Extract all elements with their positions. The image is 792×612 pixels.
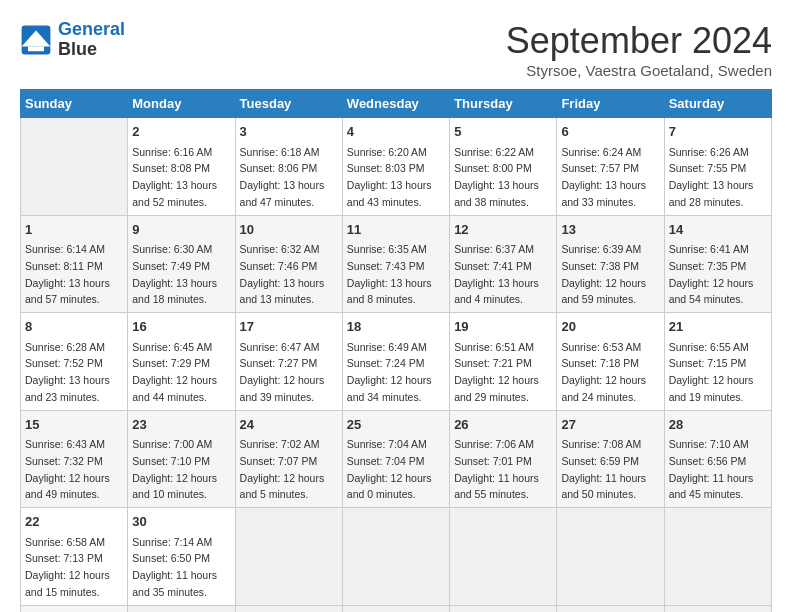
day-number: 5 <box>454 122 552 142</box>
calendar-day-cell: 6Sunrise: 6:24 AMSunset: 7:57 PMDaylight… <box>557 118 664 216</box>
calendar-day-cell: 18Sunrise: 6:49 AMSunset: 7:24 PMDayligh… <box>342 313 449 411</box>
calendar-day-cell <box>342 605 449 612</box>
sunset-text: Sunset: 7:55 PM <box>669 162 747 174</box>
calendar-day-cell: 3Sunrise: 6:18 AMSunset: 8:06 PMDaylight… <box>235 118 342 216</box>
day-of-week-header: Wednesday <box>342 90 449 118</box>
calendar-day-cell: 25Sunrise: 7:04 AMSunset: 7:04 PMDayligh… <box>342 410 449 508</box>
day-number: 25 <box>347 415 445 435</box>
calendar-day-cell: 20Sunrise: 6:53 AMSunset: 7:18 PMDayligh… <box>557 313 664 411</box>
sunset-text: Sunset: 7:24 PM <box>347 357 425 369</box>
daylight-text: Daylight: 13 hours and 38 minutes. <box>454 179 539 208</box>
calendar-day-cell <box>128 605 235 612</box>
calendar-week-row: 1Sunrise: 6:14 AMSunset: 8:11 PMDaylight… <box>21 215 772 313</box>
calendar-day-cell <box>235 508 342 606</box>
daylight-text: Daylight: 12 hours and 10 minutes. <box>132 472 217 501</box>
sunrise-text: Sunrise: 6:14 AM <box>25 243 105 255</box>
sunrise-text: Sunrise: 6:49 AM <box>347 341 427 353</box>
calendar-day-cell <box>450 605 557 612</box>
calendar-week-row: 22Sunrise: 6:58 AMSunset: 7:13 PMDayligh… <box>21 508 772 606</box>
day-number: 13 <box>561 220 659 240</box>
location: Styrsoe, Vaestra Goetaland, Sweden <box>506 62 772 79</box>
sunrise-text: Sunrise: 6:16 AM <box>132 146 212 158</box>
day-of-week-header: Thursday <box>450 90 557 118</box>
calendar-day-cell <box>557 605 664 612</box>
day-number: 22 <box>25 512 123 532</box>
daylight-text: Daylight: 13 hours and 18 minutes. <box>132 277 217 306</box>
calendar-day-cell <box>664 605 771 612</box>
calendar-day-cell: 1Sunrise: 6:14 AMSunset: 8:11 PMDaylight… <box>21 215 128 313</box>
calendar-day-cell: 27Sunrise: 7:08 AMSunset: 6:59 PMDayligh… <box>557 410 664 508</box>
calendar-day-cell: 13Sunrise: 6:39 AMSunset: 7:38 PMDayligh… <box>557 215 664 313</box>
sunset-text: Sunset: 7:04 PM <box>347 455 425 467</box>
daylight-text: Daylight: 13 hours and 47 minutes. <box>240 179 325 208</box>
daylight-text: Daylight: 12 hours and 0 minutes. <box>347 472 432 501</box>
calendar-day-cell: 16Sunrise: 6:45 AMSunset: 7:29 PMDayligh… <box>128 313 235 411</box>
sunset-text: Sunset: 6:59 PM <box>561 455 639 467</box>
calendar-day-cell: 29Sunrise: 7:12 AMSunset: 6:53 PMDayligh… <box>21 605 128 612</box>
sunrise-text: Sunrise: 7:08 AM <box>561 438 641 450</box>
sunset-text: Sunset: 7:38 PM <box>561 260 639 272</box>
sunset-text: Sunset: 6:50 PM <box>132 552 210 564</box>
sunrise-text: Sunrise: 6:20 AM <box>347 146 427 158</box>
day-number: 18 <box>347 317 445 337</box>
calendar-day-cell <box>664 508 771 606</box>
daylight-text: Daylight: 13 hours and 57 minutes. <box>25 277 110 306</box>
sunset-text: Sunset: 8:03 PM <box>347 162 425 174</box>
daylight-text: Daylight: 11 hours and 55 minutes. <box>454 472 539 501</box>
sunrise-text: Sunrise: 6:43 AM <box>25 438 105 450</box>
day-number: 3 <box>240 122 338 142</box>
calendar-day-cell: 4Sunrise: 6:20 AMSunset: 8:03 PMDaylight… <box>342 118 449 216</box>
day-number: 2 <box>132 122 230 142</box>
daylight-text: Daylight: 11 hours and 35 minutes. <box>132 569 217 598</box>
sunset-text: Sunset: 7:57 PM <box>561 162 639 174</box>
calendar-day-cell <box>21 118 128 216</box>
sunset-text: Sunset: 7:15 PM <box>669 357 747 369</box>
sunrise-text: Sunrise: 6:35 AM <box>347 243 427 255</box>
sunrise-text: Sunrise: 6:47 AM <box>240 341 320 353</box>
calendar-week-row: 2Sunrise: 6:16 AMSunset: 8:08 PMDaylight… <box>21 118 772 216</box>
calendar-day-cell: 11Sunrise: 6:35 AMSunset: 7:43 PMDayligh… <box>342 215 449 313</box>
sunrise-text: Sunrise: 6:58 AM <box>25 536 105 548</box>
sunrise-text: Sunrise: 6:55 AM <box>669 341 749 353</box>
sunset-text: Sunset: 7:21 PM <box>454 357 532 369</box>
daylight-text: Daylight: 12 hours and 59 minutes. <box>561 277 646 306</box>
day-number: 27 <box>561 415 659 435</box>
calendar-day-cell: 28Sunrise: 7:10 AMSunset: 6:56 PMDayligh… <box>664 410 771 508</box>
sunrise-text: Sunrise: 7:10 AM <box>669 438 749 450</box>
day-of-week-header: Sunday <box>21 90 128 118</box>
daylight-text: Daylight: 12 hours and 44 minutes. <box>132 374 217 403</box>
sunrise-text: Sunrise: 6:41 AM <box>669 243 749 255</box>
calendar-header-row: SundayMondayTuesdayWednesdayThursdayFrid… <box>21 90 772 118</box>
calendar-day-cell: 15Sunrise: 6:43 AMSunset: 7:32 PMDayligh… <box>21 410 128 508</box>
day-number: 20 <box>561 317 659 337</box>
sunset-text: Sunset: 7:41 PM <box>454 260 532 272</box>
sunset-text: Sunset: 7:13 PM <box>25 552 103 564</box>
day-number: 9 <box>132 220 230 240</box>
calendar-day-cell: 19Sunrise: 6:51 AMSunset: 7:21 PMDayligh… <box>450 313 557 411</box>
calendar-day-cell <box>557 508 664 606</box>
day-number: 7 <box>669 122 767 142</box>
sunrise-text: Sunrise: 6:51 AM <box>454 341 534 353</box>
sunrise-text: Sunrise: 6:24 AM <box>561 146 641 158</box>
daylight-text: Daylight: 12 hours and 19 minutes. <box>669 374 754 403</box>
calendar-day-cell: 5Sunrise: 6:22 AMSunset: 8:00 PMDaylight… <box>450 118 557 216</box>
day-number: 4 <box>347 122 445 142</box>
sunset-text: Sunset: 7:32 PM <box>25 455 103 467</box>
day-number: 21 <box>669 317 767 337</box>
daylight-text: Daylight: 13 hours and 8 minutes. <box>347 277 432 306</box>
sunrise-text: Sunrise: 6:26 AM <box>669 146 749 158</box>
daylight-text: Daylight: 13 hours and 43 minutes. <box>347 179 432 208</box>
sunrise-text: Sunrise: 6:39 AM <box>561 243 641 255</box>
sunrise-text: Sunrise: 6:53 AM <box>561 341 641 353</box>
calendar-day-cell: 9Sunrise: 6:30 AMSunset: 7:49 PMDaylight… <box>128 215 235 313</box>
logo: GeneralBlue <box>20 20 125 60</box>
day-number: 14 <box>669 220 767 240</box>
page-header: GeneralBlue September 2024 Styrsoe, Vaes… <box>20 20 772 79</box>
svg-rect-2 <box>28 46 44 51</box>
sunrise-text: Sunrise: 6:45 AM <box>132 341 212 353</box>
calendar-day-cell: 14Sunrise: 6:41 AMSunset: 7:35 PMDayligh… <box>664 215 771 313</box>
sunset-text: Sunset: 7:07 PM <box>240 455 318 467</box>
sunset-text: Sunset: 6:56 PM <box>669 455 747 467</box>
day-of-week-header: Saturday <box>664 90 771 118</box>
calendar-day-cell: 8Sunrise: 6:28 AMSunset: 7:52 PMDaylight… <box>21 313 128 411</box>
